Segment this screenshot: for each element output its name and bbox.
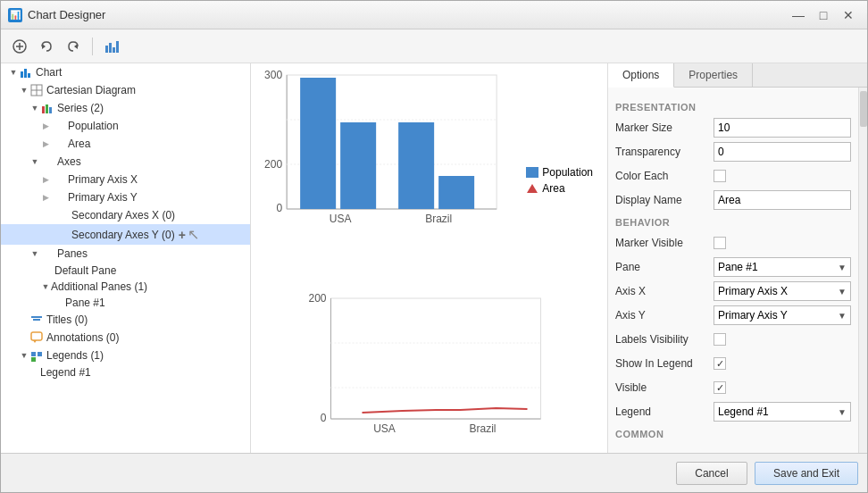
- label-show-in-legend: Show In Legend: [615, 357, 714, 370]
- tree-item-axes[interactable]: ▼ Axes: [1, 153, 250, 171]
- app-icon: 📊: [8, 8, 22, 22]
- tree-label-primary-y: Primary Axis Y: [68, 191, 138, 204]
- chart-top: 300 200 0 USA Bra: [258, 71, 600, 290]
- legend-label-area: Area: [542, 182, 564, 195]
- redo-button[interactable]: [62, 35, 85, 58]
- checkbox-visible[interactable]: [714, 381, 726, 394]
- row-transparency: Transparency: [615, 142, 851, 162]
- row-labels-visibility: Labels Visibility: [615, 330, 851, 349]
- properties-panel: Options Properties PRESENTATION Marker S…: [608, 63, 867, 453]
- add-button[interactable]: [8, 35, 31, 58]
- panes-icon: [40, 246, 54, 261]
- tree-item-panes[interactable]: ▼ Panes: [1, 245, 250, 263]
- chart-svg-bottom: 200 0 USA Brazil: [258, 294, 600, 441]
- select-axis-y[interactable]: Primary Axis Y ▼: [714, 305, 851, 325]
- input-marker-size[interactable]: [714, 118, 851, 138]
- population-icon: [51, 119, 65, 133]
- cancel-button[interactable]: Cancel: [676, 462, 747, 485]
- tree-label-titles: Titles (0): [46, 313, 88, 326]
- svg-rect-35: [398, 122, 434, 209]
- chart-view-button[interactable]: [100, 35, 123, 58]
- svg-text:300: 300: [264, 71, 282, 81]
- chart-area: 300 200 0 USA Bra: [251, 63, 607, 453]
- row-show-in-legend: Show In Legend: [615, 354, 851, 373]
- svg-marker-21: [33, 340, 37, 343]
- tree-item-secondary-x[interactable]: ▶ Secondary Axes X (0): [1, 206, 250, 224]
- maximize-button[interactable]: □: [812, 6, 835, 24]
- svg-rect-15: [42, 106, 45, 113]
- tree-item-default-pane[interactable]: ▶ Default Pane: [1, 263, 250, 279]
- tree-item-additional-panes[interactable]: ▼ Additional Panes (1): [1, 279, 250, 295]
- scrollbar-track[interactable]: [858, 88, 867, 453]
- chart-main-top: 300 200 0 USA Bra: [258, 71, 512, 290]
- minimize-button[interactable]: —: [787, 6, 810, 24]
- svg-text:Brazil: Brazil: [469, 422, 496, 435]
- tree-item-series[interactable]: ▼ Series (2): [1, 99, 250, 117]
- svg-rect-10: [24, 69, 27, 78]
- svg-rect-18: [31, 316, 42, 318]
- svg-marker-4: [74, 44, 78, 49]
- tree-item-pane1[interactable]: ▶ Pane #1: [1, 295, 250, 311]
- checkbox-color-each[interactable]: [714, 170, 726, 182]
- checkbox-marker-visible[interactable]: [714, 237, 726, 249]
- input-transparency[interactable]: [714, 142, 851, 162]
- legend-color-population: [526, 167, 538, 178]
- legend-label-population: Population: [542, 166, 593, 179]
- select-axis-y-arrow: ▼: [838, 311, 847, 321]
- label-visible: Visible: [615, 381, 714, 394]
- svg-text:0: 0: [321, 412, 327, 424]
- chart-icon: [19, 65, 33, 79]
- main-window: 📊 Chart Designer — □ ✕: [0, 0, 868, 493]
- checkbox-show-in-legend[interactable]: [714, 357, 726, 370]
- add-secondary-y-button[interactable]: +: [179, 228, 186, 242]
- close-button[interactable]: ✕: [837, 6, 860, 24]
- tree-item-legend1[interactable]: ▶ Legend #1: [1, 364, 250, 380]
- select-pane[interactable]: Pane #1 ▼: [714, 257, 851, 277]
- chart-container: 300 200 0 USA Bra: [258, 71, 600, 446]
- label-pane: Pane: [615, 261, 714, 273]
- secondary-x-icon: [54, 208, 69, 222]
- arrow-primary-x: ▶: [40, 174, 51, 185]
- tree-item-area[interactable]: ▶ Area: [1, 135, 250, 153]
- legend-item-area: Area: [526, 182, 593, 195]
- input-display-name[interactable]: [714, 190, 851, 210]
- arrow-cartesian: ▼: [19, 85, 29, 96]
- tree-item-titles[interactable]: ▶ Titles (0): [1, 311, 250, 329]
- tree-item-population[interactable]: ▶ Population: [1, 117, 250, 135]
- row-color-each: Color Each: [615, 166, 851, 186]
- props-tabs: Options Properties: [608, 63, 867, 88]
- section-presentation: PRESENTATION: [615, 102, 851, 113]
- svg-rect-17: [49, 107, 52, 113]
- tree-label-panes: Panes: [57, 247, 88, 260]
- tree-label-default-pane: Default Pane: [54, 264, 116, 277]
- tree-item-annotations[interactable]: ▶ Annotations (0): [1, 329, 250, 347]
- title-bar: 📊 Chart Designer — □ ✕: [1, 1, 867, 29]
- svg-rect-11: [28, 73, 30, 78]
- select-axis-x-arrow: ▼: [838, 287, 847, 297]
- checkbox-labels-visibility[interactable]: [714, 333, 726, 346]
- tree-item-primary-y[interactable]: ▶ Primary Axis Y: [1, 188, 250, 206]
- undo-button[interactable]: [35, 35, 58, 58]
- svg-text:200: 200: [264, 158, 282, 171]
- arrow-area: ▶: [40, 138, 51, 149]
- tree-item-cartesian[interactable]: ▼ Cartesian Diagram: [1, 81, 250, 99]
- tree-label-primary-x: Primary Axis X: [68, 173, 138, 186]
- tree-item-secondary-y[interactable]: ▶ Secondary Axes Y (0) + ↖: [1, 224, 250, 245]
- svg-text:0: 0: [276, 202, 282, 214]
- select-legend[interactable]: Legend #1 ▼: [714, 402, 851, 422]
- row-axis-y: Axis Y Primary Axis Y ▼: [615, 305, 851, 325]
- svg-text:USA: USA: [330, 213, 352, 225]
- svg-rect-16: [46, 104, 48, 113]
- select-pane-value: Pane #1: [718, 261, 758, 273]
- tree-label-chart: Chart: [36, 66, 62, 79]
- save-button[interactable]: Save and Exit: [755, 462, 858, 485]
- select-axis-x[interactable]: Primary Axis X ▼: [714, 281, 851, 301]
- tab-options[interactable]: Options: [608, 63, 674, 88]
- tree-item-chart[interactable]: ▼ Chart: [1, 63, 250, 81]
- scrollbar-thumb[interactable]: [860, 91, 867, 127]
- tree-item-legends[interactable]: ▼ Legends (1): [1, 347, 250, 364]
- label-color-each: Color Each: [615, 170, 714, 182]
- tree-item-primary-x[interactable]: ▶ Primary Axis X: [1, 171, 250, 188]
- tab-properties[interactable]: Properties: [674, 63, 753, 87]
- toolbar-separator: [92, 38, 93, 55]
